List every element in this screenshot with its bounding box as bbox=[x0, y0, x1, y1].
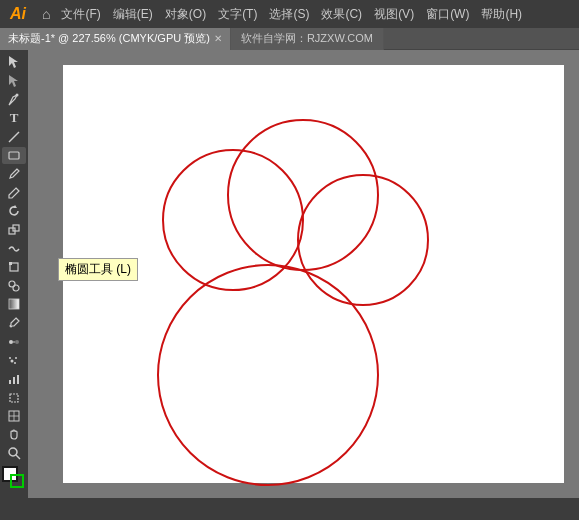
svg-rect-4 bbox=[9, 152, 19, 159]
menu-object[interactable]: 对象(O) bbox=[160, 4, 211, 25]
rotate-tool[interactable] bbox=[2, 203, 26, 220]
svg-point-27 bbox=[9, 448, 17, 456]
color-selector[interactable] bbox=[1, 466, 27, 490]
svg-point-14 bbox=[15, 340, 19, 344]
menu-type[interactable]: 文字(T) bbox=[213, 4, 262, 25]
free-transform-tool[interactable] bbox=[2, 259, 26, 276]
menu-effect[interactable]: 效果(C) bbox=[316, 4, 367, 25]
column-graph-tool[interactable] bbox=[2, 371, 26, 388]
app-logo: Ai bbox=[4, 5, 32, 23]
svg-rect-12 bbox=[9, 299, 19, 309]
svg-point-19 bbox=[9, 357, 11, 359]
selection-tool[interactable] bbox=[2, 54, 26, 71]
svg-rect-23 bbox=[10, 394, 18, 402]
blend-tool[interactable] bbox=[2, 333, 26, 350]
gradient-tool[interactable] bbox=[2, 296, 26, 313]
direct-selection-tool[interactable] bbox=[2, 73, 26, 90]
svg-rect-21 bbox=[13, 377, 15, 384]
artboard bbox=[63, 65, 564, 483]
svg-point-18 bbox=[14, 362, 16, 364]
scale-tool[interactable] bbox=[2, 222, 26, 239]
menu-bar: Ai ⌂ 文件(F) 编辑(E) 对象(O) 文字(T) 选择(S) 效果(C)… bbox=[0, 0, 579, 28]
ellipse-tool[interactable] bbox=[2, 147, 26, 164]
symbol-sprayer-tool[interactable] bbox=[2, 352, 26, 369]
svg-point-17 bbox=[15, 357, 17, 359]
eyedropper-tool[interactable] bbox=[2, 315, 26, 332]
status-bar bbox=[0, 498, 579, 520]
menu-help[interactable]: 帮助(H) bbox=[476, 4, 527, 25]
tab-bar: 未标题-1* @ 227.56% (CMYK/GPU 预览) ✕ 软件自学网：R… bbox=[0, 28, 579, 50]
toolbar: T bbox=[0, 50, 28, 498]
svg-marker-1 bbox=[9, 75, 18, 87]
main-area: T bbox=[0, 50, 579, 498]
stroke-color-box[interactable] bbox=[10, 474, 24, 488]
svg-point-11 bbox=[13, 285, 19, 291]
svg-line-3 bbox=[9, 132, 19, 142]
line-tool[interactable] bbox=[2, 129, 26, 146]
shape-builder-tool[interactable] bbox=[2, 278, 26, 295]
home-button[interactable]: ⌂ bbox=[38, 6, 54, 22]
menu-edit[interactable]: 编辑(E) bbox=[108, 4, 158, 25]
warp-tool[interactable] bbox=[2, 240, 26, 257]
svg-marker-0 bbox=[9, 56, 18, 68]
svg-point-13 bbox=[9, 340, 13, 344]
tab-untitled[interactable]: 未标题-1* @ 227.56% (CMYK/GPU 预览) ✕ bbox=[0, 28, 231, 50]
tab-website-label: 软件自学网：RJZXW.COM bbox=[241, 31, 373, 46]
svg-rect-22 bbox=[17, 375, 19, 384]
svg-point-2 bbox=[16, 93, 19, 96]
svg-rect-20 bbox=[9, 380, 11, 384]
pen-tool[interactable] bbox=[2, 91, 26, 108]
svg-point-16 bbox=[11, 360, 14, 363]
svg-rect-9 bbox=[9, 262, 12, 265]
canvas-area[interactable]: 椭圆工具 (L) bbox=[28, 50, 579, 498]
menu-view[interactable]: 视图(V) bbox=[369, 4, 419, 25]
pencil-tool[interactable] bbox=[2, 184, 26, 201]
tab-untitled-label: 未标题-1* @ 227.56% (CMYK/GPU 预览) bbox=[8, 31, 210, 46]
svg-line-28 bbox=[16, 455, 20, 459]
hand-tool[interactable] bbox=[2, 427, 26, 444]
tab-untitled-close[interactable]: ✕ bbox=[214, 33, 222, 44]
type-tool[interactable]: T bbox=[2, 110, 26, 127]
artboard-tool[interactable] bbox=[2, 389, 26, 406]
slice-tool[interactable] bbox=[2, 408, 26, 425]
menu-select[interactable]: 选择(S) bbox=[264, 4, 314, 25]
paintbrush-tool[interactable] bbox=[2, 166, 26, 183]
menu-window[interactable]: 窗口(W) bbox=[421, 4, 474, 25]
tab-website[interactable]: 软件自学网：RJZXW.COM bbox=[231, 28, 384, 50]
menu-file[interactable]: 文件(F) bbox=[56, 4, 105, 25]
zoom-tool[interactable] bbox=[2, 445, 26, 462]
